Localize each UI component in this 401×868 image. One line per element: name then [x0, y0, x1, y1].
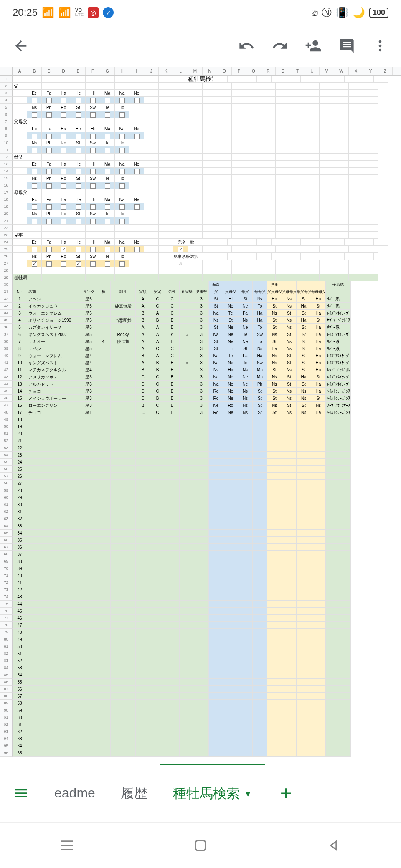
row-number[interactable]: 83	[0, 657, 13, 664]
filter-checkbox[interactable]	[42, 260, 56, 267]
filter-checkbox[interactable]	[100, 182, 115, 189]
filter-checkbox[interactable]	[42, 146, 56, 154]
row-number[interactable]: 82	[0, 650, 13, 657]
row-number[interactable]: 29	[0, 274, 13, 281]
row-number[interactable]: 14	[0, 168, 13, 175]
col-header[interactable]: L	[173, 67, 188, 75]
filter-checkbox[interactable]	[86, 246, 100, 253]
filter-checkbox[interactable]	[71, 260, 86, 267]
filter-checkbox[interactable]	[71, 203, 86, 210]
filter-checkbox[interactable]	[115, 217, 129, 225]
row-number[interactable]: 90	[0, 707, 13, 714]
col-header[interactable]: F	[86, 67, 100, 75]
row-number[interactable]: 85	[0, 671, 13, 679]
row-number[interactable]: 17	[0, 189, 13, 196]
row-number[interactable]: 7	[0, 118, 13, 125]
row-number[interactable]: 62	[0, 508, 13, 515]
col-header[interactable]: K	[159, 67, 173, 75]
filter-checkbox[interactable]	[129, 132, 144, 139]
filter-checkbox[interactable]	[71, 168, 86, 175]
filter-checkbox[interactable]	[27, 203, 42, 210]
row-number[interactable]: 89	[0, 700, 13, 707]
row-number[interactable]: 77	[0, 615, 13, 622]
row-number[interactable]: 55	[0, 459, 13, 466]
row-number[interactable]: 16	[0, 182, 13, 189]
row-number[interactable]: 35	[0, 317, 13, 324]
row-number[interactable]: 40	[0, 352, 13, 359]
row-number[interactable]: 71	[0, 572, 13, 579]
filter-checkbox[interactable]	[115, 168, 129, 175]
row-number[interactable]: 84	[0, 664, 13, 671]
filter-checkbox[interactable]	[86, 97, 100, 104]
filter-checkbox[interactable]	[100, 217, 115, 225]
filter-checkbox[interactable]	[56, 260, 71, 267]
row-number[interactable]: 66	[0, 537, 13, 544]
row-number[interactable]: 10	[0, 139, 13, 146]
filter-checkbox[interactable]	[115, 246, 129, 253]
filter-checkbox[interactable]	[86, 182, 100, 189]
filter-checkbox[interactable]	[56, 132, 71, 139]
row-number[interactable]: 23	[0, 232, 13, 239]
row-number[interactable]: 22	[0, 225, 13, 232]
filter-checkbox[interactable]	[86, 260, 100, 267]
row-number[interactable]: 56	[0, 466, 13, 473]
row-number[interactable]: 67	[0, 544, 13, 551]
row-number[interactable]: 58	[0, 480, 13, 487]
filter-checkbox[interactable]	[42, 97, 56, 104]
filter-checkbox[interactable]	[115, 146, 129, 154]
tab-readme[interactable]: eadme	[42, 764, 108, 822]
row-number[interactable]: 26	[0, 253, 13, 260]
row-number[interactable]: 79	[0, 629, 13, 636]
row-number[interactable]: 18	[0, 196, 13, 203]
row-number[interactable]: 28	[0, 267, 13, 274]
tab-stallion-search[interactable]: 種牡馬検索▼	[160, 764, 265, 822]
row-number[interactable]: 33	[0, 303, 13, 310]
filter-checkbox[interactable]	[71, 182, 86, 189]
row-number[interactable]: 46	[0, 395, 13, 402]
col-header[interactable]: B	[27, 67, 42, 75]
filter-checkbox[interactable]	[86, 146, 100, 154]
row-number[interactable]: 86	[0, 679, 13, 686]
col-header[interactable]: X	[349, 67, 363, 75]
filter-checkbox[interactable]	[56, 246, 71, 253]
filter-checkbox[interactable]	[27, 111, 42, 118]
col-header[interactable]: Z	[378, 67, 393, 75]
row-number[interactable]: 31	[0, 288, 13, 295]
filter-checkbox[interactable]	[42, 217, 56, 225]
row-number[interactable]: 20	[0, 210, 13, 217]
row-number[interactable]: 30	[0, 281, 13, 288]
col-header[interactable]: M	[188, 67, 203, 75]
filter-checkbox[interactable]	[27, 168, 42, 175]
row-number[interactable]: 8	[0, 125, 13, 132]
back-button[interactable]	[8, 33, 33, 58]
add-person-button[interactable]	[301, 33, 326, 58]
filter-checkbox[interactable]	[86, 217, 100, 225]
nav-home-button[interactable]	[192, 837, 209, 854]
row-number[interactable]: 15	[0, 175, 13, 182]
row-number[interactable]: 32	[0, 295, 13, 303]
filter-checkbox[interactable]	[42, 246, 56, 253]
col-header[interactable]: Q	[246, 67, 261, 75]
row-number[interactable]: 47	[0, 402, 13, 409]
row-number[interactable]: 39	[0, 345, 13, 352]
row-number[interactable]: 75	[0, 601, 13, 608]
comment-button[interactable]	[334, 33, 359, 58]
row-number[interactable]: 92	[0, 721, 13, 728]
row-number[interactable]: 52	[0, 437, 13, 444]
filter-checkbox[interactable]	[100, 111, 115, 118]
col-header[interactable]: C	[42, 67, 56, 75]
row-number[interactable]: 91	[0, 714, 13, 721]
filter-checkbox[interactable]	[56, 111, 71, 118]
row-number[interactable]: 41	[0, 359, 13, 366]
row-number[interactable]: 65	[0, 530, 13, 537]
filter-checkbox[interactable]	[56, 217, 71, 225]
row-number[interactable]: 72	[0, 579, 13, 586]
row-number[interactable]: 68	[0, 551, 13, 558]
row-number[interactable]: 50	[0, 423, 13, 430]
row-number[interactable]: 60	[0, 494, 13, 501]
filter-checkbox[interactable]	[27, 146, 42, 154]
col-header[interactable]: A	[13, 67, 27, 75]
row-number[interactable]: 19	[0, 203, 13, 210]
filter-checkbox[interactable]	[100, 132, 115, 139]
row-number[interactable]: 57	[0, 473, 13, 480]
